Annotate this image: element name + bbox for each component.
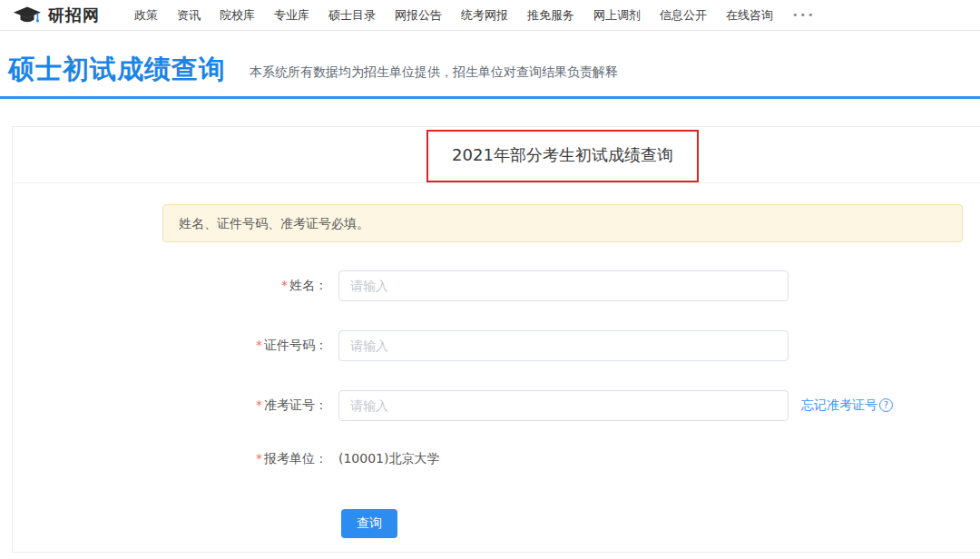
form-row-ticket-number: *准考证号： 忘记准考证号? [13,390,980,421]
nav-item-online-announcement[interactable]: 网报公告 [395,7,442,24]
ticket-number-label: *准考证号： [13,397,328,414]
card-header: 2021年部分考生初试成绩查询 [13,127,980,183]
nav-item-college-library[interactable]: 院校库 [220,7,255,24]
unit-value: (10001)北京大学 [338,451,439,467]
nav-menu: 政策 资讯 院校库 专业库 硕士目录 网报公告 统考网报 推免服务 网上调剂 信… [134,7,815,24]
required-marker: * [256,338,262,352]
graduation-cap-icon [13,5,42,25]
top-nav: 研招网 政策 资讯 院校库 专业库 硕士目录 网报公告 统考网报 推免服务 网上… [0,0,980,31]
form-row-name: *姓名： [13,270,980,301]
query-button[interactable]: 查询 [341,509,397,538]
name-input[interactable] [338,270,789,301]
submit-row: 查询 [341,509,980,538]
nav-item-news[interactable]: 资讯 [177,7,201,24]
unit-label: *报考单位： [13,451,328,467]
id-number-label: *证件号码： [13,338,328,354]
forgot-ticket-link[interactable]: 忘记准考证号? [801,397,893,414]
required-marker: * [256,397,262,412]
nav-item-online-adjustment[interactable]: 网上调剂 [593,7,641,24]
query-card: 2021年部分考生初试成绩查询 姓名、证件号码、准考证号必填。 *姓名： *证件… [12,126,980,553]
id-number-input[interactable] [338,330,789,361]
nav-item-exempt-service[interactable]: 推免服务 [527,7,574,24]
nav-item-unified-exam[interactable]: 统考网报 [461,7,508,24]
nav-item-online-consult[interactable]: 在线咨询 [726,7,773,24]
nav-item-policy[interactable]: 政策 [134,7,158,24]
site-logo[interactable]: 研招网 [13,5,100,26]
ticket-number-input[interactable] [338,390,789,421]
query-form: *姓名： *证件号码： *准考证号： [13,270,980,538]
page-subtitle: 本系统所有数据均为招生单位提供，招生单位对查询结果负责解释 [250,64,618,84]
card-title: 2021年部分考生初试成绩查询 [13,127,980,183]
main-content: 2021年部分考生初试成绩查询 姓名、证件号码、准考证号必填。 *姓名： *证件… [0,99,980,553]
name-label: *姓名： [13,278,328,294]
site-logo-text: 研招网 [48,5,100,26]
nav-item-major-library[interactable]: 专业库 [274,7,309,24]
more-menu-icon[interactable]: ••• [792,9,815,21]
form-row-unit: *报考单位： (10001)北京大学 [13,450,980,468]
page-header: 硕士初试成绩查询 本系统所有数据均为招生单位提供，招生单位对查询结果负责解释 [0,31,980,99]
nav-item-info-disclosure[interactable]: 信息公开 [660,7,707,24]
form-row-id-number: *证件号码： [13,330,980,361]
required-fields-notice: 姓名、证件号码、准考证号必填。 [162,204,963,242]
page-title: 硕士初试成绩查询 [8,55,226,84]
required-marker: * [256,451,262,466]
nav-item-master-catalog[interactable]: 硕士目录 [328,7,376,24]
question-circle-icon: ? [879,398,893,412]
required-marker: * [281,278,288,292]
